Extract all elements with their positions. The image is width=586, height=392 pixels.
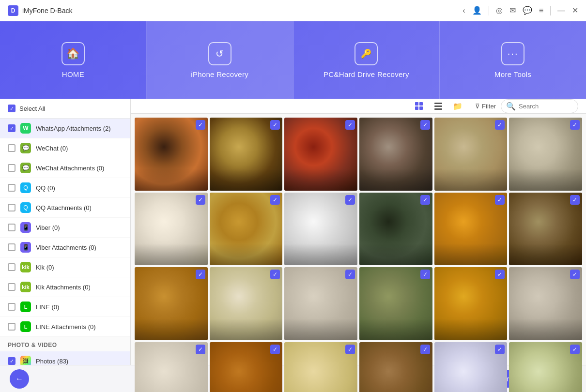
photos-checkbox[interactable] [8, 357, 15, 365]
sidebar-item-qq-attachments[interactable]: Q QQ Attachments (0) [0, 198, 130, 218]
photo-check-1[interactable]: ✓ [196, 120, 205, 130]
folder-button[interactable]: 📁 [450, 99, 465, 113]
sidebar-item-viber[interactable]: 📱 Viber (0) [0, 218, 130, 238]
kik-attachments-checkbox[interactable] [8, 283, 15, 291]
kik-attachments-icon: kik [20, 282, 31, 292]
photo-check-24[interactable]: ✓ [570, 345, 580, 354]
mail-icon[interactable]: ✉ [509, 6, 516, 15]
photo-check-16[interactable]: ✓ [420, 270, 430, 279]
sidebar-item-whatsapp-attachments[interactable]: W WhatsApp Attachments (2) [0, 119, 130, 138]
photo-check-22[interactable]: ✓ [420, 345, 430, 354]
sidebar-item-photos[interactable]: 🖼 Photos (83) [0, 351, 130, 365]
photo-check-14[interactable]: ✓ [270, 270, 280, 279]
close-button[interactable]: ✕ [572, 6, 578, 15]
photo-cell-19[interactable]: ✓ [135, 342, 208, 392]
viber-attachments-checkbox[interactable] [8, 243, 15, 251]
photo-check-19[interactable]: ✓ [196, 345, 205, 354]
photo-check-20[interactable]: ✓ [270, 345, 280, 354]
qq-attachments-icon: Q [20, 202, 31, 213]
photo-check-5[interactable]: ✓ [495, 120, 505, 130]
photo-check-23[interactable]: ✓ [495, 345, 505, 354]
photo-check-17[interactable]: ✓ [495, 270, 505, 279]
wechat-checkbox[interactable] [8, 144, 15, 152]
sidebar-item-qq[interactable]: Q QQ (0) [0, 178, 130, 198]
qq-attachments-checkbox[interactable] [8, 204, 15, 211]
photo-check-2[interactable]: ✓ [270, 120, 280, 130]
filter-label: Filter [482, 103, 496, 110]
nav-more-tools[interactable]: ··· More Tools [440, 21, 586, 99]
photo-cell-24[interactable]: ✓ [509, 342, 582, 392]
photo-check-7[interactable]: ✓ [196, 195, 205, 205]
nav-home[interactable]: 🏠 HOME [0, 21, 147, 99]
photo-cell-6[interactable]: ✓ [509, 118, 582, 191]
user-icon[interactable]: 👤 [472, 6, 482, 15]
photo-cell-21[interactable]: ✓ [284, 342, 357, 392]
kik-checkbox[interactable] [8, 263, 15, 271]
photo-cell-17[interactable]: ✓ [434, 267, 508, 340]
sidebar-item-kik-attachments[interactable]: kik Kik Attachments (0) [0, 277, 130, 297]
photo-cell-4[interactable]: ✓ [359, 118, 432, 191]
photo-cell-5[interactable]: ✓ [434, 118, 508, 191]
whatsapp-attachments-checkbox[interactable] [8, 124, 15, 132]
wechat-attachments-checkbox[interactable] [8, 164, 15, 172]
list-view-button[interactable] [431, 99, 446, 113]
sidebar-item-line[interactable]: L LINE (0) [0, 297, 130, 317]
photo-check-15[interactable]: ✓ [345, 270, 355, 279]
search-box[interactable]: 🔍 [501, 99, 578, 113]
divider2 [550, 6, 551, 15]
sidebar-item-line-attachments[interactable]: L LINE Attachments (0) [0, 317, 130, 337]
photo-cell-1[interactable]: ✓ [135, 118, 208, 191]
photo-cell-8[interactable]: ✓ [210, 193, 283, 266]
photo-cell-11[interactable]: ✓ [434, 193, 508, 266]
photo-cell-18[interactable]: ✓ [509, 267, 582, 340]
photo-cell-9[interactable]: ✓ [284, 193, 357, 266]
photo-cell-10[interactable]: ✓ [359, 193, 432, 266]
photo-cell-12[interactable]: ✓ [509, 193, 582, 266]
back-button[interactable]: ← [10, 369, 29, 389]
content-area: 📁 ⊽ Filter 🔍 ✓✓✓✓✓✓✓✓✓✓✓✓✓✓✓✓✓✓✓✓✓✓✓✓ « … [131, 99, 586, 365]
photo-cell-22[interactable]: ✓ [359, 342, 432, 392]
photo-check-11[interactable]: ✓ [495, 195, 505, 205]
sidebar-item-viber-attachments[interactable]: 📱 Viber Attachments (0) [0, 238, 130, 257]
photo-cell-7[interactable]: ✓ [135, 193, 208, 266]
grid-view-button[interactable] [412, 99, 426, 113]
photo-cell-14[interactable]: ✓ [210, 267, 283, 340]
photo-check-6[interactable]: ✓ [570, 120, 580, 130]
nav-iphone-recovery[interactable]: ↺ iPhone Recovery [147, 21, 293, 99]
photo-check-13[interactable]: ✓ [196, 270, 205, 279]
search-input[interactable] [519, 103, 573, 110]
photo-cell-23[interactable]: ✓ [434, 342, 508, 392]
minimize-button[interactable]: — [557, 6, 565, 15]
line-attachments-icon: L [20, 321, 31, 332]
photo-check-4[interactable]: ✓ [420, 120, 430, 130]
photo-check-10[interactable]: ✓ [420, 195, 430, 205]
menu-icon[interactable]: ≡ [539, 6, 543, 15]
line-checkbox[interactable] [8, 303, 15, 311]
chat-icon[interactable]: 💬 [523, 6, 532, 15]
location-icon[interactable]: ◎ [496, 6, 503, 15]
photo-cell-3[interactable]: ✓ [284, 118, 357, 191]
photo-cell-20[interactable]: ✓ [210, 342, 283, 392]
photo-check-9[interactable]: ✓ [345, 195, 355, 205]
photo-check-18[interactable]: ✓ [570, 270, 580, 279]
line-attachments-checkbox[interactable] [8, 323, 15, 331]
share-icon[interactable]: ‹ [463, 6, 465, 15]
sidebar-item-wechat[interactable]: 💬 WeChat (0) [0, 138, 130, 158]
qq-checkbox[interactable] [8, 184, 15, 192]
photo-check-8[interactable]: ✓ [270, 195, 280, 205]
viber-checkbox[interactable] [8, 224, 15, 231]
photo-check-21[interactable]: ✓ [345, 345, 355, 354]
nav-pc-recovery[interactable]: 🔑 PC&Hard Drive Recovery [293, 21, 440, 99]
photo-cell-13[interactable]: ✓ [135, 267, 208, 340]
photo-cell-15[interactable]: ✓ [284, 267, 357, 340]
sidebar-item-wechat-attachments[interactable]: 💬 WeChat Attachments (0) [0, 158, 130, 178]
filter-button[interactable]: ⊽ Filter [475, 103, 496, 110]
photo-cell-2[interactable]: ✓ [210, 118, 283, 191]
select-all-checkbox[interactable] [8, 105, 15, 112]
photo-check-12[interactable]: ✓ [570, 195, 580, 205]
wechat-label: WeChat (0) [36, 145, 68, 152]
photo-check-3[interactable]: ✓ [345, 120, 355, 130]
more-tools-nav-icon: ··· [501, 42, 524, 65]
sidebar-item-kik[interactable]: kik Kik (0) [0, 257, 130, 277]
photo-cell-16[interactable]: ✓ [359, 267, 432, 340]
